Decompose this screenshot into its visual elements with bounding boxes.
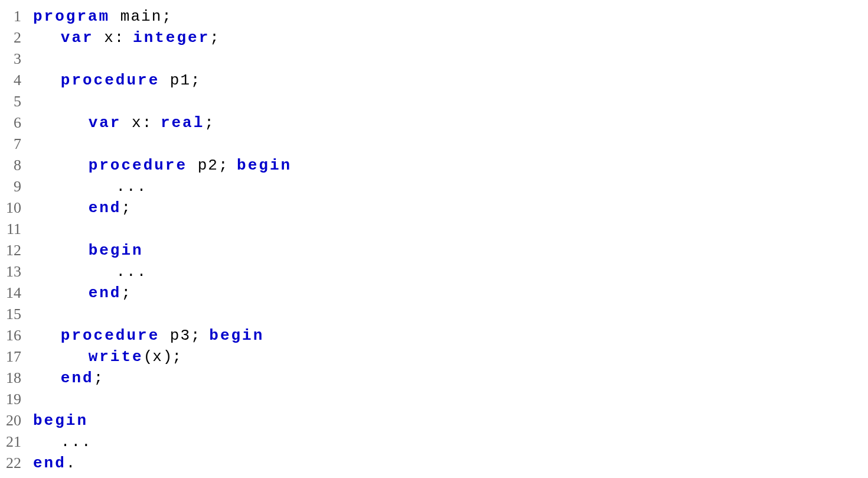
line-number: 16 xyxy=(6,325,21,346)
line-number: 5 xyxy=(6,91,21,112)
identifier: p2 xyxy=(187,157,218,174)
code-line xyxy=(33,48,292,70)
keyword: end xyxy=(61,369,94,387)
line-number: 17 xyxy=(6,346,21,368)
keyword: var xyxy=(89,114,122,132)
code-line xyxy=(33,91,292,112)
keyword: procedure xyxy=(61,71,159,89)
keyword: integer xyxy=(133,29,210,47)
code-line xyxy=(33,304,292,325)
punctuation: ; xyxy=(191,71,200,89)
identifier: x xyxy=(94,29,115,47)
line-number: 8 xyxy=(6,155,21,176)
punctuation: ; xyxy=(162,8,171,25)
code-line xyxy=(33,134,292,155)
punctuation: ; xyxy=(218,157,237,174)
keyword: begin xyxy=(89,242,143,259)
line-number-gutter: 1 2 3 4 5 6 7 8 9 10 11 12 13 14 15 16 1… xyxy=(6,6,33,474)
line-number: 19 xyxy=(6,389,21,410)
keyword: end xyxy=(89,284,122,302)
punctuation: . xyxy=(66,454,76,472)
punctuation: ; xyxy=(210,29,219,47)
code-line: program main; xyxy=(33,6,292,27)
line-number: 21 xyxy=(6,431,21,453)
line-number: 7 xyxy=(6,134,21,155)
code-line xyxy=(33,389,292,410)
punctuation: : xyxy=(115,29,133,47)
line-number: 12 xyxy=(6,240,21,261)
line-number: 11 xyxy=(6,219,21,240)
line-number: 15 xyxy=(6,304,21,325)
line-number: 3 xyxy=(6,48,21,70)
line-number: 9 xyxy=(6,176,21,197)
punctuation: ; xyxy=(121,199,130,217)
keyword: real xyxy=(161,114,204,132)
code-line: begin xyxy=(33,240,292,261)
punctuation: ; xyxy=(121,284,130,302)
keyword: program xyxy=(33,8,110,25)
line-number: 4 xyxy=(6,70,21,91)
keyword: begin xyxy=(209,327,264,344)
identifier: x xyxy=(152,348,163,366)
code-line: procedure p3; begin xyxy=(33,325,292,346)
line-number: 10 xyxy=(6,197,21,219)
code-block: 1 2 3 4 5 6 7 8 9 10 11 12 13 14 15 16 1… xyxy=(6,6,862,474)
code-line: var x: real; xyxy=(33,112,292,134)
code-line: begin xyxy=(33,410,292,431)
identifier: p1 xyxy=(159,71,191,89)
code-content: program main; var x: integer; procedure … xyxy=(33,6,292,474)
code-line: ... xyxy=(33,176,292,197)
code-line: end; xyxy=(33,282,292,304)
code-line xyxy=(33,219,292,240)
line-number: 14 xyxy=(6,282,21,304)
keyword: write xyxy=(89,348,143,366)
punctuation: ; xyxy=(204,114,214,132)
line-number: 6 xyxy=(6,112,21,134)
punctuation: ); xyxy=(163,348,181,366)
code-line: end; xyxy=(33,197,292,219)
punctuation: ; xyxy=(94,369,103,387)
keyword: procedure xyxy=(61,327,159,344)
code-line: ... xyxy=(33,261,292,282)
keyword: procedure xyxy=(89,157,187,174)
keyword: end xyxy=(33,454,66,472)
line-number: 2 xyxy=(6,27,21,48)
code-line: write(x); xyxy=(33,346,292,368)
line-number: 20 xyxy=(6,410,21,431)
ellipsis: ... xyxy=(116,263,147,281)
line-number: 13 xyxy=(6,261,21,282)
code-line: end. xyxy=(33,453,292,474)
line-number: 18 xyxy=(6,368,21,389)
identifier: x xyxy=(121,114,142,132)
punctuation: ; xyxy=(191,327,209,344)
code-line: procedure p2; begin xyxy=(33,155,292,176)
identifier: main xyxy=(110,8,162,25)
keyword: end xyxy=(89,199,122,217)
identifier: p3 xyxy=(159,327,191,344)
ellipsis: ... xyxy=(61,433,92,451)
keyword: var xyxy=(61,29,94,47)
keyword: begin xyxy=(33,412,88,430)
keyword: begin xyxy=(237,157,292,174)
line-number: 22 xyxy=(6,453,21,474)
code-line: end; xyxy=(33,368,292,389)
ellipsis: ... xyxy=(116,178,147,196)
code-line: procedure p1; xyxy=(33,70,292,91)
code-line: var x: integer; xyxy=(33,27,292,48)
punctuation: ( xyxy=(143,348,153,366)
line-number: 1 xyxy=(6,6,21,27)
code-line: ... xyxy=(33,431,292,453)
punctuation: : xyxy=(142,114,161,132)
